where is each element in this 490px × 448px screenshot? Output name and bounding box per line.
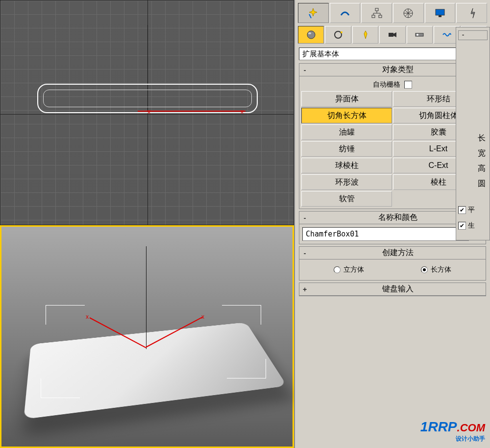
z-axis-3d (146, 246, 147, 349)
svg-point-7 (308, 32, 311, 34)
modify-tab[interactable] (330, 3, 361, 23)
height-label: 高 (458, 164, 488, 174)
helpers-icon[interactable] (407, 26, 433, 44)
rollout-title: 创建方法 (310, 248, 486, 258)
watermark: 1RRP.COM 设计小助手 (420, 419, 485, 443)
dropdown-value: 扩展基本体 (299, 47, 475, 60)
cuboid-radio[interactable]: 长方体 (421, 265, 451, 274)
create-method-rollout: - 创建方法 立方体 长方体 (299, 246, 486, 281)
rollout-toggle-icon: - (299, 214, 310, 222)
smooth-checkbox-row[interactable]: ✔ 平 (458, 206, 488, 214)
oil-tank-button[interactable]: 油罐 (301, 124, 392, 140)
motion-tab[interactable] (393, 3, 424, 23)
gizmo-x-axis[interactable] (138, 111, 245, 112)
spindle-button[interactable]: 纺锤 (301, 141, 392, 157)
length-label: 长 (458, 133, 488, 143)
gizmo-x-label: x (241, 108, 244, 115)
svg-rect-2 (379, 15, 382, 18)
auto-grid-checkbox[interactable] (404, 81, 412, 89)
gizmo-origin-label: x (147, 108, 150, 115)
viewport-area: x x x x (0, 0, 294, 448)
display-tab[interactable] (425, 3, 456, 23)
rollout-header[interactable]: + 键盘输入 (299, 283, 486, 296)
gizmo-y-label: x (201, 313, 204, 320)
fillet-label: 圆 (458, 179, 488, 189)
chamferbox-inner-edge (43, 90, 252, 107)
lights-icon[interactable] (352, 26, 378, 44)
selection-bracket (227, 359, 266, 378)
svg-point-12 (416, 34, 418, 36)
svg-rect-5 (439, 15, 441, 17)
parameters-panel-sliver: - 长 宽 高 圆 ✔ 平 ✔ 生 (456, 27, 490, 240)
rollout-header[interactable]: - 创建方法 (299, 247, 486, 259)
svg-point-8 (335, 31, 342, 38)
cuboid-label: 长方体 (431, 265, 451, 274)
smooth-label: 平 (468, 206, 475, 214)
chamferbox-3d-container (16, 285, 281, 423)
gizmo-x-label: x (86, 313, 89, 320)
checkbox-checked-icon: ✔ (458, 222, 466, 230)
geometry-icon[interactable] (298, 26, 324, 44)
svg-rect-0 (375, 8, 378, 11)
shapes-icon[interactable] (325, 26, 351, 44)
cube-radio[interactable]: 立方体 (334, 265, 364, 274)
main-tab-row (297, 2, 488, 24)
svg-rect-10 (389, 33, 393, 37)
rollout-toggle-icon: - (299, 66, 310, 74)
params-rollout-header[interactable]: - (458, 30, 488, 40)
checkbox-checked-icon: ✔ (458, 206, 466, 214)
watermark-brand: 1RRP (420, 419, 457, 434)
svg-rect-1 (372, 15, 375, 18)
svg-point-6 (307, 31, 315, 39)
selection-bracket (41, 378, 80, 398)
viewport-front[interactable]: x x (0, 0, 294, 225)
watermark-sub: 设计小助手 (420, 435, 485, 443)
gen-label: 生 (468, 221, 475, 230)
selection-bracket (46, 305, 85, 325)
rollout-title: 键盘输入 (310, 284, 486, 294)
auto-grid-label: 自动栅格 (373, 80, 400, 89)
selection-bracket (222, 305, 261, 325)
utilities-tab[interactable] (456, 3, 487, 23)
width-label: 宽 (458, 148, 488, 159)
rollout-toggle-icon: - (459, 31, 467, 40)
viewport-perspective[interactable]: x x (0, 225, 294, 448)
create-tab[interactable] (298, 3, 329, 23)
cube-label: 立方体 (343, 265, 364, 274)
rollout-toggle-icon: + (299, 285, 310, 293)
hose-button[interactable]: 软管 (301, 191, 392, 207)
radio-icon (421, 266, 428, 273)
chamfer-box-button[interactable]: 切角长方体 (301, 108, 392, 123)
gen-checkbox-row[interactable]: ✔ 生 (458, 221, 488, 230)
watermark-ext: .COM (457, 422, 485, 434)
keyboard-input-rollout: + 键盘输入 (299, 283, 486, 296)
radio-icon (334, 266, 341, 273)
ring-wave-button[interactable]: 环形波 (301, 174, 392, 190)
axis-horizontal (0, 114, 294, 115)
hierarchy-tab[interactable] (361, 3, 392, 23)
svg-point-9 (341, 31, 343, 33)
command-panel: 扩展基本体 ▼ - 对象类型 自动栅格 异面体 环形结 切角长方体 切角圆柱体 … (294, 0, 490, 448)
rollout-toggle-icon: - (299, 249, 310, 257)
svg-rect-4 (436, 9, 444, 15)
cameras-icon[interactable] (379, 26, 405, 44)
object-name-input[interactable] (302, 227, 469, 241)
hedra-button[interactable]: 异面体 (301, 91, 392, 107)
gengon-button[interactable]: 球棱柱 (301, 158, 392, 173)
